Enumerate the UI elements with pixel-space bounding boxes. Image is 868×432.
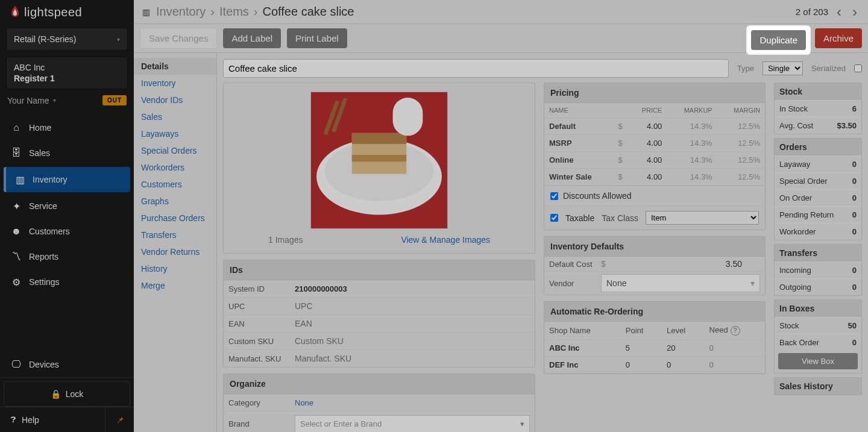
subtab-vendor-returns[interactable]: Vendor Returns [134, 243, 216, 260]
help-icon: ❓︎ [11, 415, 16, 425]
customers-icon: ☻ [11, 226, 22, 237]
subtab-merge[interactable]: Merge [134, 277, 216, 294]
register-name: Register 1 [14, 73, 120, 84]
nav-customers[interactable]: ☻Customers [0, 219, 134, 244]
pricing-col-price: PRICE [627, 103, 667, 118]
serialized-checkbox[interactable] [854, 64, 862, 72]
subtab-customers[interactable]: Customers [134, 176, 216, 193]
category-value[interactable]: None [295, 398, 313, 407]
product-image[interactable] [310, 92, 448, 229]
reorder-level[interactable]: 0 [662, 356, 704, 373]
sales-icon: 🗄 [11, 148, 22, 158]
flame-icon [10, 5, 20, 19]
stock-header: Stock [775, 83, 861, 100]
subtab-graphs[interactable]: Graphs [134, 193, 216, 210]
nav-sales[interactable]: 🗄Sales [0, 140, 134, 166]
organize-header: Organize [224, 374, 535, 394]
vendor-select[interactable]: None▾ [601, 274, 760, 292]
save-button[interactable]: Save Changes [140, 28, 217, 49]
discounts-checkbox[interactable] [550, 192, 558, 200]
subtab-details[interactable]: Details [134, 58, 216, 75]
out-badge[interactable]: OUT [102, 95, 127, 105]
currency-symbol: $ [601, 259, 606, 269]
subtab-purchase-orders[interactable]: Purchase Orders [134, 210, 216, 227]
manage-images-link[interactable]: View & Manage Images [401, 235, 490, 245]
system-id-value: 210000000003 [290, 281, 535, 298]
subtab-transfers[interactable]: Transfers [134, 227, 216, 243]
brand-select[interactable]: Select or Enter a Brand▾ [295, 415, 530, 432]
svg-rect-4 [352, 133, 406, 144]
default-cost-value[interactable]: 3.50 [611, 259, 760, 269]
taxable-checkbox[interactable] [550, 214, 558, 222]
user-row: Your Name ▾ OUT [7, 95, 127, 105]
boxes-header: In Boxes [775, 300, 861, 317]
settings-icon: ⚙ [11, 277, 22, 287]
main-nav: ⌂Home 🗄Sales ▥Inventory ✦Service ☻Custom… [0, 115, 134, 295]
series-selector[interactable]: Retail (R-Series) ▾ [6, 28, 128, 51]
view-box-button[interactable]: View Box [778, 353, 858, 369]
custom-sku-label: Custom SKU [224, 333, 290, 350]
help-button[interactable]: ❓︎Help [0, 407, 105, 432]
category-label: Category [224, 395, 290, 412]
price-value[interactable]: 4.00 [627, 118, 667, 135]
pin-icon: 📌︎ [116, 415, 124, 425]
discounts-label: Discounts Allowed [563, 191, 632, 201]
image-count: 1 Images [268, 235, 303, 245]
nav-inventory[interactable]: ▥Inventory [4, 167, 130, 192]
main-sidebar: lightspeed Retail (R-Series) ▾ ABC Inc R… [0, 0, 134, 432]
nav-reports[interactable]: 〽Reports [0, 244, 134, 269]
upc-input[interactable] [295, 301, 530, 311]
nav-label: Inventory [33, 175, 68, 184]
pager-next[interactable]: › [850, 4, 860, 20]
default-cost-label: Default Cost [549, 260, 596, 269]
svg-rect-0 [311, 92, 447, 228]
lock-button[interactable]: 🔒Lock [4, 381, 130, 407]
reorder-header: Automatic Re-Ordering [544, 302, 765, 322]
brand-logo: lightspeed [0, 0, 134, 24]
nav-home[interactable]: ⌂Home [0, 115, 134, 140]
reorder-point[interactable]: 0 [621, 356, 662, 373]
company-block[interactable]: ABC Inc Register 1 [6, 57, 128, 89]
svg-point-1 [316, 139, 442, 215]
ean-input[interactable] [295, 319, 530, 328]
reorder-level[interactable]: 20 [662, 339, 704, 356]
help-icon[interactable]: ? [731, 326, 740, 336]
duplicate-button[interactable]: Duplicate [751, 30, 806, 50]
archive-button[interactable]: Archive [815, 28, 862, 48]
tax-class-select[interactable]: Item [646, 211, 759, 225]
brand-placeholder: Select or Enter a Brand [300, 419, 382, 428]
reorder-point[interactable]: 5 [621, 339, 662, 356]
price-value[interactable]: 4.00 [627, 135, 667, 152]
svg-rect-7 [324, 101, 339, 136]
subtab-special-orders[interactable]: Special Orders [134, 142, 216, 159]
type-select[interactable]: Single [763, 61, 803, 75]
avg-cost-value: $3.50 [837, 121, 857, 130]
crumb-mid[interactable]: Items [219, 5, 249, 19]
nav-devices[interactable]: 🖵Devices [0, 352, 134, 378]
taxable-label: Taxable [565, 213, 594, 223]
price-row: Default$4.0014.3%12.5% [544, 118, 765, 135]
manufact-sku-input[interactable] [295, 354, 530, 363]
nav-settings[interactable]: ⚙Settings [0, 269, 134, 295]
subtab-inventory[interactable]: Inventory [134, 75, 216, 92]
nav-service[interactable]: ✦Service [0, 193, 134, 219]
custom-sku-input[interactable] [295, 336, 530, 346]
pin-button[interactable]: 📌︎ [105, 407, 134, 432]
user-name[interactable]: Your Name [7, 96, 49, 105]
add-label-button[interactable]: Add Label [223, 28, 281, 48]
subtab-vendor-ids[interactable]: Vendor IDs [134, 92, 216, 108]
print-label-button[interactable]: Print Label [287, 28, 347, 48]
subtab-workorders[interactable]: Workorders [134, 159, 216, 176]
crumb-root[interactable]: Inventory [156, 5, 206, 19]
pager-text: 2 of 203 [796, 7, 828, 17]
subtab-layaways[interactable]: Layaways [134, 125, 216, 142]
subtab-sales[interactable]: Sales [134, 108, 216, 125]
brand-name: lightspeed [24, 5, 82, 19]
chevron-down-icon: ▾ [117, 36, 120, 43]
price-value[interactable]: 4.00 [627, 152, 667, 169]
subtab-history[interactable]: History [134, 260, 216, 277]
pager-prev[interactable]: ‹ [834, 4, 844, 20]
item-name-input[interactable] [223, 59, 729, 78]
svg-rect-8 [332, 98, 347, 133]
price-value[interactable]: 4.00 [627, 169, 667, 186]
